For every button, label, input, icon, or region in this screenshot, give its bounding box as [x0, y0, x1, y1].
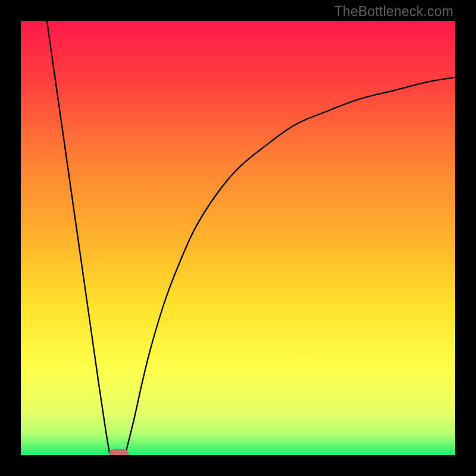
chart-frame: TheBottleneck.com: [0, 0, 476, 476]
bottleneck-marker: [109, 449, 129, 455]
right-branch-curve: [125, 77, 455, 455]
plot-area: [21, 21, 455, 455]
left-branch-curve: [47, 21, 110, 455]
watermark-text: TheBottleneck.com: [334, 4, 453, 20]
curve-layer: [21, 21, 455, 455]
